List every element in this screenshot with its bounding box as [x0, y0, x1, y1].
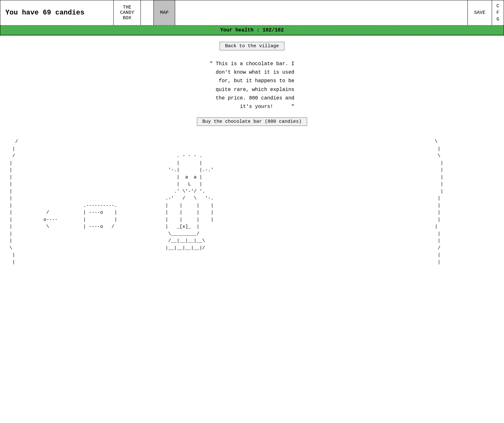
- health-bar: Your health : 102/102: [0, 25, 504, 35]
- candy-count: You have 69 candies: [0, 0, 114, 25]
- nav-item-map[interactable]: MAP: [154, 0, 175, 25]
- scene-container: / \ |: [0, 138, 504, 266]
- buy-chocolate-bar-button[interactable]: Buy the chocolate bar (800 candies): [197, 117, 307, 126]
- ascii-art-scene: / \ |: [9, 138, 495, 266]
- nav-item-candy-box[interactable]: THECANDYBOX: [114, 0, 141, 25]
- main-content: Back to the village " This is a chocolat…: [0, 36, 504, 272]
- nav-spacer-2: [175, 0, 467, 25]
- nav-section: THECANDYBOX MAP SAVE CFG: [114, 0, 504, 25]
- top-bar: You have 69 candies THECANDYBOX MAP SAVE…: [0, 0, 504, 35]
- top-row: You have 69 candies THECANDYBOX MAP SAVE…: [0, 0, 504, 25]
- cfg-button[interactable]: CFG: [492, 0, 504, 25]
- nav-spacer-1: [141, 0, 154, 25]
- save-button[interactable]: SAVE: [467, 0, 492, 25]
- shop-text-content: " This is a chocolate bar. I don't know …: [210, 60, 295, 111]
- back-to-village-button[interactable]: Back to the village: [220, 42, 284, 50]
- shop-description: " This is a chocolate bar. I don't know …: [210, 60, 295, 111]
